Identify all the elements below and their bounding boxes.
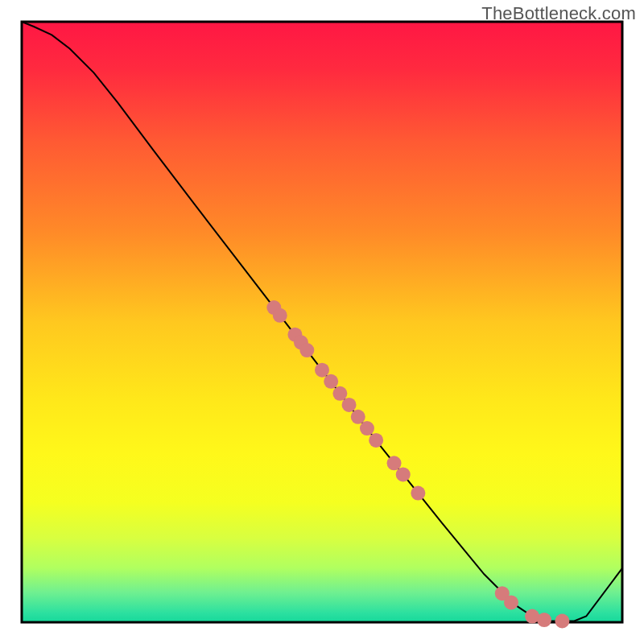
data-point (369, 433, 383, 448)
watermark-label: TheBottleneck.com (481, 3, 636, 24)
bottleneck-chart (0, 0, 644, 644)
data-point (411, 486, 425, 501)
data-point (387, 456, 402, 470)
data-point (332, 386, 347, 401)
chart-container: TheBottleneck.com (0, 0, 644, 644)
data-point (537, 613, 551, 627)
plot-background (22, 22, 622, 622)
data-point (299, 343, 314, 357)
data-point (273, 308, 287, 323)
data-point (342, 398, 357, 412)
data-point (351, 410, 365, 424)
data-point (324, 374, 338, 389)
data-point (555, 614, 569, 629)
data-point (504, 595, 518, 609)
data-point (360, 421, 374, 436)
data-point (396, 467, 411, 481)
data-point (315, 363, 329, 378)
